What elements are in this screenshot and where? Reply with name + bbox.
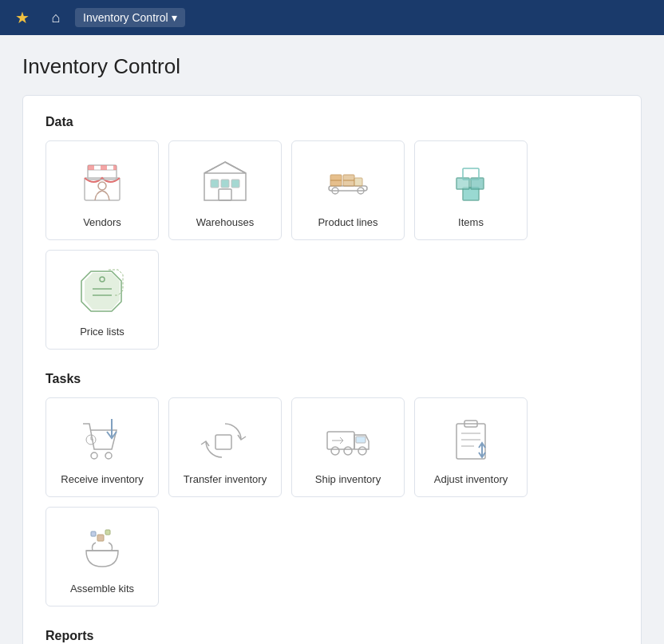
svg-point-29: [105, 452, 112, 459]
ship-inventory-icon: [319, 409, 377, 467]
ship-inventory-label: Ship inventory: [315, 473, 381, 487]
svg-point-37: [331, 447, 339, 455]
favorites-icon[interactable]: ★: [8, 3, 37, 32]
svg-rect-3: [88, 165, 94, 170]
assemble-kits-label: Assemble kits: [70, 583, 134, 596]
tile-warehouses[interactable]: Warehouses: [168, 140, 282, 240]
tile-receive-inventory[interactable]: Receive inventory: [45, 397, 159, 497]
transfer-inventory-label: Transfer inventory: [184, 473, 267, 487]
tile-price-lists[interactable]: Price lists: [45, 250, 159, 350]
svg-rect-36: [356, 437, 366, 443]
main-card: Data: [22, 95, 642, 644]
svg-point-39: [358, 447, 366, 455]
svg-rect-18: [354, 178, 362, 186]
vendors-icon: [73, 152, 131, 210]
product-lines-icon: [319, 152, 377, 210]
adjust-inventory-icon: [442, 409, 500, 467]
items-icon: [442, 152, 500, 210]
svg-rect-11: [231, 180, 239, 188]
tile-transfer-inventory[interactable]: Transfer inventory: [168, 397, 282, 497]
svg-rect-10: [221, 180, 229, 188]
breadcrumb-label: Inventory Control: [83, 11, 168, 24]
svg-rect-50: [91, 531, 96, 536]
top-navigation: ★ ⌂ Inventory Control ▾: [0, 0, 664, 35]
page-content: Inventory Control Data: [0, 35, 664, 644]
svg-point-28: [91, 452, 97, 459]
svg-point-6: [98, 182, 106, 190]
home-icon[interactable]: ⌂: [42, 3, 70, 32]
tile-vendors[interactable]: Vendors: [45, 140, 159, 240]
transfer-inventory-icon: [196, 409, 254, 467]
svg-rect-12: [219, 189, 231, 200]
reports-section-title: Reports: [45, 629, 619, 643]
svg-rect-9: [211, 180, 219, 188]
tile-ship-inventory[interactable]: Ship inventory: [291, 397, 405, 497]
vendors-label: Vendors: [83, 216, 121, 230]
tile-items[interactable]: Items: [414, 140, 528, 240]
receive-inventory-label: Receive inventory: [61, 473, 143, 487]
tile-product-lines[interactable]: Product lines: [291, 140, 405, 240]
price-lists-label: Price lists: [80, 326, 125, 339]
data-tiles-row: Vendors Wareh: [45, 140, 619, 350]
items-label: Items: [458, 216, 484, 230]
tasks-section-title: Tasks: [45, 372, 619, 386]
data-section-title: Data: [45, 115, 619, 129]
adjust-inventory-label: Adjust inventory: [434, 473, 508, 487]
svg-rect-41: [457, 424, 485, 459]
svg-rect-4: [101, 165, 107, 170]
svg-rect-5: [113, 165, 117, 170]
svg-point-38: [344, 447, 352, 455]
breadcrumb[interactable]: Inventory Control ▾: [75, 8, 185, 27]
product-lines-label: Product lines: [318, 216, 377, 230]
tile-adjust-inventory[interactable]: Adjust inventory: [414, 397, 528, 497]
warehouses-label: Warehouses: [196, 216, 255, 230]
svg-rect-49: [105, 530, 110, 535]
assemble-kits-icon: [73, 519, 131, 576]
warehouses-icon: [196, 152, 254, 210]
tasks-tiles-row: Receive inventory Transfer inventory: [45, 397, 619, 606]
receive-inventory-icon: [73, 409, 131, 467]
svg-marker-8: [204, 162, 246, 173]
svg-rect-13: [329, 186, 367, 191]
page-title: Inventory Control: [22, 54, 642, 79]
price-lists-icon: [73, 262, 131, 319]
svg-rect-34: [215, 435, 231, 449]
svg-rect-48: [97, 535, 104, 541]
tile-assemble-kits[interactable]: Assemble kits: [45, 507, 159, 606]
chevron-down-icon: ▾: [172, 11, 177, 24]
